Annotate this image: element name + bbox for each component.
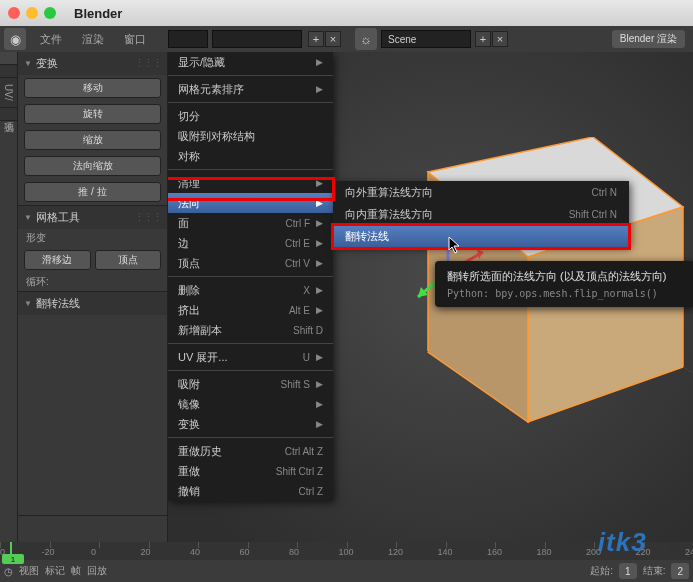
menu-item[interactable]: 法向▶ (168, 193, 333, 213)
playhead-label: 1 (2, 554, 24, 564)
slide-edge-button[interactable]: 滑移边 (24, 250, 91, 270)
section-flip-normals[interactable]: 翻转法线 (18, 292, 167, 315)
menu-item[interactable]: 吸附Shift S▶ (168, 374, 333, 394)
submenu-item[interactable]: 翻转法线 (333, 225, 629, 247)
normal-scale-button[interactable]: 法向缩放 (24, 156, 161, 176)
tick-label: 20 (141, 547, 151, 557)
macos-titlebar: Blender (0, 0, 693, 26)
menu-file[interactable]: 文件 (30, 32, 72, 47)
render-engine-selector[interactable]: Blender 渲染 (612, 30, 685, 48)
frame-end-field[interactable]: 2 (671, 563, 689, 579)
label-end: 结束: (643, 564, 666, 578)
app-title: Blender (74, 6, 122, 21)
tick-label: 160 (487, 547, 502, 557)
timeline-view[interactable]: 视图 (19, 564, 39, 578)
tick-label: 100 (339, 547, 354, 557)
mesh-context-menu: 显示/隐藏▶网格元素排序▶切分吸附到对称结构对称清理▶法向▶面Ctrl F▶边C… (168, 52, 333, 501)
timeline-playback[interactable]: 回放 (87, 564, 107, 578)
timeline-frame[interactable]: 帧 (71, 564, 81, 578)
timeline-area: 1 -40-2002040608010012014016018020022024… (0, 542, 693, 582)
workspace: 工具 创建 UV/色相 选项 变换⋮⋮⋮ 移动 旋转 缩放 法向缩放 推 / 拉… (0, 52, 693, 556)
scale-button[interactable]: 缩放 (24, 130, 161, 150)
menu-item[interactable]: 清理▶ (168, 173, 333, 193)
layout-tab[interactable] (168, 30, 208, 48)
minimize-window-icon[interactable] (26, 7, 38, 19)
tool-shelf: 变换⋮⋮⋮ 移动 旋转 缩放 法向缩放 推 / 拉 网格工具⋮⋮⋮ 形变 滑移边… (18, 52, 168, 556)
tick-label: 40 (190, 547, 200, 557)
drag-grip-icon[interactable]: ⋮⋮⋮ (134, 57, 161, 70)
top-toolbar: ◉ 文件 渲染 窗口 + × ☼ Scene + × Blender 渲染 (0, 26, 693, 52)
rotate-button[interactable]: 旋转 (24, 104, 161, 124)
tick-label: 0 (91, 547, 96, 557)
timeline-marker[interactable]: 标记 (45, 564, 65, 578)
menu-item[interactable]: 切分 (168, 106, 333, 126)
tick-label: 60 (240, 547, 250, 557)
drag-grip-icon[interactable]: ⋮⋮⋮ (134, 211, 161, 224)
menu-item[interactable]: 网格元素排序▶ (168, 79, 333, 99)
translate-button[interactable]: 移动 (24, 78, 161, 98)
section-mesh-tools[interactable]: 网格工具⋮⋮⋮ (18, 206, 167, 229)
menu-item[interactable]: 顶点Ctrl V▶ (168, 253, 333, 273)
menu-item[interactable]: 对称 (168, 146, 333, 166)
normals-submenu: 向外重算法线方向Ctrl N向内重算法线方向Shift Ctrl N翻转法线 (333, 181, 629, 247)
frame-start-field[interactable]: 1 (619, 563, 637, 579)
tick-label: 80 (289, 547, 299, 557)
vertex-button[interactable]: 顶点 (95, 250, 162, 270)
editor-type-icon[interactable]: ◷ (4, 566, 13, 577)
menu-item[interactable]: 重做Shift Ctrl Z (168, 461, 333, 481)
tooltip: 翻转所选面的法线方向 (以及顶点的法线方向) Python: bpy.ops.m… (435, 261, 693, 307)
timeline-header: ◷ 视图 标记 帧 回放 起始: 1 结束: 2 (0, 560, 693, 582)
timeline-ruler[interactable]: 1 -40-2002040608010012014016018020022024… (0, 542, 693, 560)
menu-item[interactable]: 变换▶ (168, 414, 333, 434)
svg-line-4 (683, 367, 693, 385)
scene-add-button[interactable]: + (475, 31, 491, 47)
tick-label: 120 (388, 547, 403, 557)
menu-window[interactable]: 窗口 (114, 32, 156, 47)
label-deform: 形变 (18, 229, 167, 247)
scene-icon[interactable]: ☼ (355, 28, 377, 50)
menu-item[interactable]: 撤销Ctrl Z (168, 481, 333, 501)
tooltip-python: Python: bpy.ops.mesh.flip_normals() (447, 288, 683, 299)
menu-item[interactable]: 显示/隐藏▶ (168, 52, 333, 72)
menu-item[interactable]: UV 展开...U▶ (168, 347, 333, 367)
menu-item[interactable]: 边Ctrl E▶ (168, 233, 333, 253)
svg-line-3 (373, 322, 428, 352)
tab-create[interactable]: 创建 (0, 65, 17, 78)
menu-item[interactable]: 新增副本Shift D (168, 320, 333, 340)
menu-item[interactable]: 镜像▶ (168, 394, 333, 414)
menu-item[interactable]: 面Ctrl F▶ (168, 213, 333, 233)
submenu-item[interactable]: 向内重算法线方向Shift Ctrl N (333, 203, 629, 225)
tick-label: 240 (685, 547, 693, 557)
3d-viewport[interactable]: 显示/隐藏▶网格元素排序▶切分吸附到对称结构对称清理▶法向▶面Ctrl F▶边C… (168, 52, 693, 556)
maximize-window-icon[interactable] (44, 7, 56, 19)
tick-label: 180 (537, 547, 552, 557)
left-tab-strip: 工具 创建 UV/色相 选项 (0, 52, 18, 556)
menu-render[interactable]: 渲染 (72, 32, 114, 47)
layout-remove-button[interactable]: × (325, 31, 341, 47)
tab-options[interactable]: 选项 (0, 108, 17, 121)
tab-tools[interactable]: 工具 (0, 52, 17, 65)
menu-item[interactable]: 删除X▶ (168, 280, 333, 300)
tick-label: 140 (438, 547, 453, 557)
layout-add-button[interactable]: + (308, 31, 324, 47)
tooltip-title: 翻转所选面的法线方向 (以及顶点的法线方向) (447, 269, 683, 284)
label-loop: 循环: (18, 273, 167, 291)
close-window-icon[interactable] (8, 7, 20, 19)
label-start: 起始: (590, 564, 613, 578)
menu-item[interactable]: 重做历史Ctrl Alt Z (168, 441, 333, 461)
menu-item[interactable]: 吸附到对称结构 (168, 126, 333, 146)
tick-label: -40 (0, 547, 5, 557)
submenu-item[interactable]: 向外重算法线方向Ctrl N (333, 181, 629, 203)
section-transform[interactable]: 变换⋮⋮⋮ (18, 52, 167, 75)
watermark: itk3— 谢 (598, 527, 683, 558)
tab-uv[interactable]: UV/色相 (0, 78, 17, 108)
menu-item[interactable]: 挤出Alt E▶ (168, 300, 333, 320)
scene-selector[interactable]: Scene (381, 30, 471, 48)
scene-remove-button[interactable]: × (492, 31, 508, 47)
blender-logo-icon[interactable]: ◉ (4, 28, 26, 50)
tick-label: -20 (42, 547, 55, 557)
layout-name[interactable] (212, 30, 302, 48)
push-pull-button[interactable]: 推 / 拉 (24, 182, 161, 202)
